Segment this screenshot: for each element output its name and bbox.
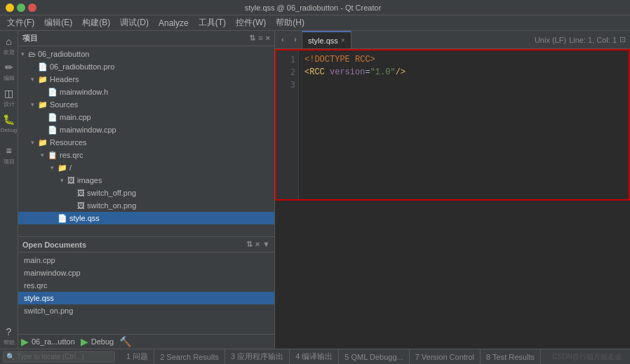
tree-item-pro[interactable]: 📄 06_radiobutton.pro	[18, 60, 274, 73]
tree-item-root[interactable]: ▾ 🗁 06_radiobutton	[18, 48, 274, 60]
tree-item-style-qss[interactable]: 📄 style.qss	[18, 212, 274, 224]
sidebar-help[interactable]: ? 帮助	[1, 324, 17, 346]
edit-label: 编辑	[4, 76, 15, 81]
window-controls	[6, 4, 36, 12]
position-label: Line: 1, Col: 1	[569, 36, 617, 44]
doc-switch-on-png[interactable]: switch_on.png	[18, 304, 274, 317]
locate-search[interactable]: 🔍 Type to locate (Ctrl...)	[3, 351, 115, 363]
filter-icon[interactable]: ≡	[258, 34, 262, 43]
debug-run-button[interactable]: ▶	[81, 336, 88, 347]
minimize-button[interactable]	[6, 4, 14, 12]
maximize-button[interactable]	[17, 4, 25, 12]
left-sidebar: ⌂ 欢迎 ✏ 编辑 ◫ 设计 🐛 Debug ≡ 项目 ? 帮助	[0, 31, 18, 349]
tab-bar: ‹ › style.qss × Unix (LF) Line: 1, Col: …	[275, 31, 630, 49]
tab-close-button[interactable]: ×	[341, 36, 345, 44]
build-button[interactable]: 🔨	[119, 336, 131, 347]
project-icon: ≡	[1, 143, 17, 159]
close-panel-icon[interactable]: ×	[266, 34, 270, 43]
debug-label: Debug	[91, 337, 114, 346]
code-content[interactable]: <!DOCTYPE RCC> <RCC version="1.0"/>	[299, 50, 629, 199]
sidebar-debug[interactable]: 🐛 Debug	[1, 112, 18, 133]
window-title: style.qss @ 06_radiobutton - Qt Creator	[36, 4, 589, 12]
tree-item-switch-off[interactable]: 🖼 switch_off.png	[18, 187, 274, 199]
tree-item-headers[interactable]: ▾ 📁 Headers	[18, 73, 274, 86]
menu-build[interactable]: 构建(B)	[78, 15, 114, 30]
editor-area: ‹ › style.qss × Unix (LF) Line: 1, Col: …	[275, 31, 630, 349]
tree-item-res-qrc[interactable]: ▾ 📋 res.qrc	[18, 149, 274, 161]
help-label: 帮助	[4, 340, 15, 346]
open-docs-panel: Open Documents ⇅ × ▼ main.cpp mainwindow…	[18, 236, 274, 349]
status-problems[interactable]: 1 问题	[121, 349, 154, 364]
sidebar-design[interactable]: ◫ 设计	[1, 86, 17, 107]
menu-edit[interactable]: 编辑(E)	[40, 15, 76, 30]
tree-item-mainwindow-cpp[interactable]: 📄 mainwindow.cpp	[18, 123, 274, 136]
sidebar-project[interactable]: ≡ 项目	[1, 143, 17, 165]
project-label: 项目	[4, 159, 15, 165]
menu-analyze[interactable]: Analyze	[154, 17, 193, 29]
doc-style-qss[interactable]: style.qss	[18, 292, 274, 304]
open-docs-close[interactable]: ×	[255, 240, 260, 249]
status-bar: 🔍 Type to locate (Ctrl...) 1 问题 2 Search…	[0, 349, 630, 364]
open-docs-list: main.cpp mainwindow.cpp res.qrc style.qs…	[18, 252, 274, 334]
menu-help[interactable]: 帮助(H)	[272, 15, 309, 30]
menu-controls[interactable]: 控件(W)	[232, 15, 270, 30]
sync-icon[interactable]: ⇅	[249, 34, 255, 43]
debug-label: Debug	[1, 128, 18, 133]
close-button[interactable]	[28, 4, 36, 12]
status-qml-debug[interactable]: 5 QML Debugg...	[339, 349, 409, 364]
open-docs-menu[interactable]: ▼	[262, 240, 270, 249]
line-numbers: 1 2 3	[276, 50, 299, 199]
status-search-results[interactable]: 2 Search Results	[154, 349, 225, 364]
tab-style-qss[interactable]: style.qss ×	[302, 31, 351, 48]
status-compile[interactable]: 4 编译输出	[290, 349, 339, 364]
open-docs-sort[interactable]: ⇅	[246, 240, 253, 249]
left-panels: 项目 ⇅ ≡ × ▾ 🗁 06_radiobutton 📄 06_radiobu…	[18, 31, 275, 349]
locate-placeholder: Type to locate (Ctrl...)	[17, 353, 84, 360]
menu-debug[interactable]: 调试(D)	[116, 15, 153, 30]
open-docs-actions: ⇅ × ▼	[246, 240, 270, 249]
split-icon[interactable]: ⊡	[619, 35, 626, 44]
title-bar: style.qss @ 06_radiobutton - Qt Creator	[0, 0, 630, 15]
tab-bar-right: Unix (LF) Line: 1, Col: 1 ⊡	[535, 31, 629, 48]
tree-item-switch-on[interactable]: 🖼 switch_on.png	[18, 199, 274, 212]
project-panel-icons: ⇅ ≡ ×	[249, 34, 270, 43]
design-label: 设计	[4, 102, 15, 107]
sidebar-edit[interactable]: ✏ 编辑	[1, 60, 17, 81]
doc-res-qrc[interactable]: res.qrc	[18, 279, 274, 292]
design-icon: ◫	[1, 86, 17, 101]
menu-tools[interactable]: 工具(T)	[194, 15, 230, 30]
menu-file[interactable]: 文件(F)	[3, 15, 39, 30]
status-app-output[interactable]: 3 应用程序输出	[225, 349, 290, 364]
open-docs-header: Open Documents ⇅ × ▼	[18, 237, 274, 252]
code-editor[interactable]: 1 2 3 <!DOCTYPE RCC> <RCC version="1.0"/…	[275, 49, 630, 201]
status-version-control[interactable]: 7 Version Control	[410, 349, 481, 364]
debug-icon: 🐛	[1, 112, 16, 127]
run-controls: ▶ 06_ra...utton ▶ Debug 🔨	[18, 334, 274, 349]
tree-item-images[interactable]: ▾ 🖼 images	[18, 174, 274, 187]
tree-item-main-cpp[interactable]: 📄 main.cpp	[18, 111, 274, 123]
welcome-label: 欢迎	[4, 50, 15, 55]
run-label: 06_ra...utton	[32, 337, 75, 346]
tab-nav-right[interactable]: ›	[289, 31, 302, 48]
edit-icon: ✏	[1, 60, 17, 75]
tree-item-sources[interactable]: ▾ 📁 Sources	[18, 98, 274, 111]
doc-mainwindow-cpp[interactable]: mainwindow.cpp	[18, 267, 274, 279]
tree-item-resources[interactable]: ▾ 📁 Resources	[18, 136, 274, 149]
status-test[interactable]: 8 Test Results	[481, 349, 541, 364]
tree-item-mainwindow-h[interactable]: 📄 mainwindow.h	[18, 86, 274, 98]
project-tree: ▾ 🗁 06_radiobutton 📄 06_radiobutton.pro …	[18, 46, 274, 236]
doc-main-cpp[interactable]: main.cpp	[18, 254, 274, 267]
search-icon: 🔍	[6, 353, 15, 360]
tab-style-qss-label: style.qss	[308, 36, 338, 45]
help-icon: ?	[1, 324, 17, 339]
editor-empty-space	[275, 201, 630, 349]
tree-item-slash[interactable]: ▾ 📁 /	[18, 161, 274, 174]
menu-bar: 文件(F) 编辑(E) 构建(B) 调试(D) Analyze 工具(T) 控件…	[0, 15, 630, 31]
open-docs-title: Open Documents	[22, 241, 86, 249]
tab-nav-left[interactable]: ‹	[276, 31, 289, 48]
project-panel-header: 项目 ⇅ ≡ ×	[18, 31, 274, 46]
project-panel-title: 项目	[22, 33, 38, 43]
welcome-icon: ⌂	[1, 34, 17, 49]
sidebar-welcome[interactable]: ⌂ 欢迎	[1, 34, 17, 55]
run-button[interactable]: ▶	[21, 336, 29, 347]
